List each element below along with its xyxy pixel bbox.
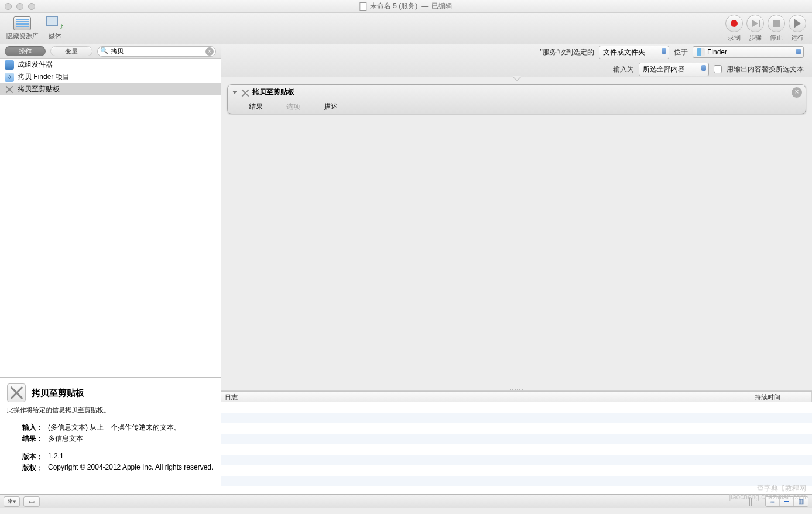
hide-library-button[interactable]: 隐藏资源库 — [6, 16, 39, 40]
record-button[interactable]: 录制 — [725, 15, 743, 42]
finder-icon — [697, 48, 705, 56]
play-icon — [794, 19, 801, 28]
receives-dropdown[interactable]: 文件或文件夹 — [599, 46, 669, 59]
titlebar: 未命名 5 (服务) — 已编辑 — [0, 0, 812, 13]
search-field[interactable]: × — [97, 46, 216, 57]
tab-variables[interactable]: 变量 — [50, 46, 92, 56]
input-as-label: 输入为 — [613, 64, 634, 74]
stop-button[interactable]: 停止 — [768, 15, 785, 42]
toolbar: 隐藏资源库 媒体 录制 步骤 停止 运行 — [0, 13, 812, 44]
action-title: 拷贝至剪贴板 — [252, 87, 294, 97]
clear-search-button[interactable]: × — [205, 47, 214, 56]
media-icon — [46, 16, 64, 30]
tab-options: 选项 — [286, 102, 300, 112]
flow-connector-icon — [221, 77, 812, 83]
zoom-window-button[interactable] — [28, 3, 35, 10]
gear-menu-button[interactable]: ✻▾ — [4, 496, 20, 507]
watermark: 查字典【教程网jiaocheng.chazidian.com — [729, 484, 806, 501]
in-label: 位于 — [674, 47, 688, 57]
tab-results[interactable]: 结果 — [249, 102, 263, 112]
workflow-area: "服务"收到选定的 文件或文件夹 位于 Finder 输入为 所选全部内容 用输… — [221, 44, 812, 494]
library-icon — [13, 16, 31, 30]
record-icon — [731, 20, 738, 27]
edited-text: 已编辑 — [431, 1, 453, 11]
log-column-header[interactable]: 日志 — [221, 392, 751, 402]
log-panel: 日志 持续时间 — [221, 391, 812, 494]
tab-description[interactable]: 描述 — [324, 102, 338, 112]
close-window-button[interactable] — [5, 3, 12, 10]
run-button[interactable]: 运行 — [789, 15, 806, 42]
workflow-action[interactable]: 拷贝至剪贴板 × 结果 选项 描述 — [227, 84, 806, 114]
app-dropdown[interactable]: Finder — [693, 46, 804, 58]
action-list: 成组发件器 拷贝 Finder 项目 拷贝至剪贴板 — [0, 59, 221, 95]
tools-icon — [5, 85, 14, 94]
replace-checkbox[interactable] — [714, 65, 722, 73]
sidebar-item-group-mailer[interactable]: 成组发件器 — [0, 59, 221, 71]
title-text: 未命名 5 (服务) — [370, 1, 417, 11]
status-bar: ✻▾ ▭ ⎓ ☰ ▥ — [0, 494, 812, 508]
step-icon — [752, 20, 758, 27]
tab-actions[interactable]: 操作 — [5, 46, 46, 56]
log-rows — [221, 402, 812, 494]
window-title: 未命名 5 (服务) — 已编辑 — [359, 1, 453, 11]
service-config-bar: "服务"收到选定的 文件或文件夹 位于 Finder 输入为 所选全部内容 用输… — [221, 44, 812, 77]
disclosure-icon[interactable] — [232, 91, 237, 94]
step-button[interactable]: 步骤 — [746, 15, 764, 42]
receives-label: "服务"收到选定的 — [540, 47, 594, 57]
replace-label: 用输出内容替换所选文本 — [727, 64, 804, 74]
input-as-dropdown[interactable]: 所选全部内容 — [639, 63, 709, 76]
info-panel: 拷贝至剪贴板 此操作将给定的信息拷贝至剪贴板。 输入：(多信息文本) 从上一个操… — [0, 377, 221, 494]
tools-icon — [241, 88, 249, 97]
sidebar-header: 操作 变量 × — [0, 44, 221, 59]
info-description: 此操作将给定的信息拷贝至剪贴板。 — [7, 406, 214, 414]
search-input[interactable] — [111, 47, 204, 54]
library-sidebar: 操作 变量 × 成组发件器 拷贝 Finder 项目 拷贝至剪贴板 — [0, 44, 221, 494]
action-icon — [7, 383, 26, 402]
sidebar-item-copy-clipboard[interactable]: 拷贝至剪贴板 — [0, 83, 221, 95]
window-controls — [5, 3, 35, 10]
media-button[interactable]: 媒体 — [39, 16, 71, 40]
finder-icon — [5, 73, 14, 82]
info-title: 拷贝至剪贴板 — [32, 388, 84, 399]
sidebar-item-copy-finder[interactable]: 拷贝 Finder 项目 — [0, 71, 221, 83]
stop-icon — [773, 20, 780, 27]
toggle-panel-button[interactable]: ▭ — [23, 496, 40, 507]
remove-action-button[interactable]: × — [792, 87, 802, 98]
duration-column-header[interactable]: 持续时间 — [751, 392, 812, 402]
split-handle[interactable] — [221, 388, 812, 391]
workflow-canvas[interactable] — [221, 115, 812, 388]
document-icon — [359, 2, 366, 11]
minimize-window-button[interactable] — [16, 3, 23, 10]
app-icon — [5, 60, 14, 70]
